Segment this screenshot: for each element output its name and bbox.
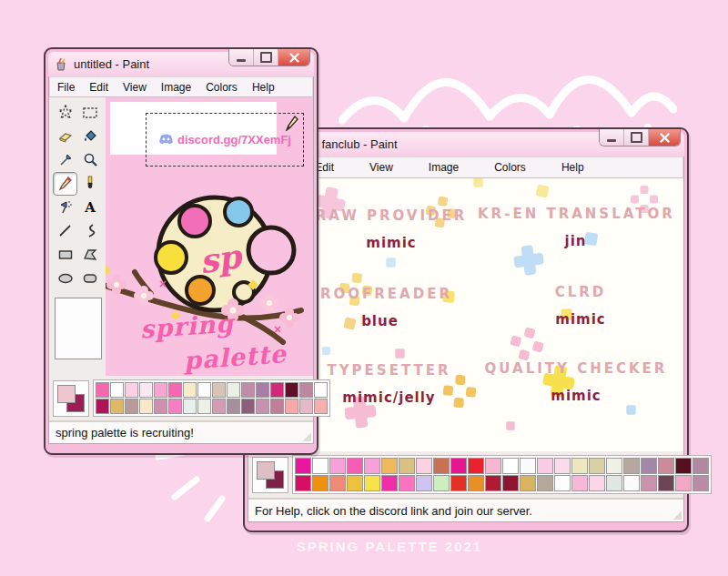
menu-image[interactable]: Image	[154, 81, 198, 94]
minimize-button[interactable]	[229, 49, 254, 66]
tool-polygon-button[interactable]	[77, 243, 102, 267]
palette-swatch[interactable]	[314, 382, 328, 398]
left-paint-canvas[interactable]: sp	[106, 97, 313, 376]
palette-swatch[interactable]	[399, 475, 415, 491]
menu-help[interactable]: Help	[245, 81, 282, 94]
left-titlebar[interactable]: untitled - Paint	[48, 52, 314, 76]
palette-swatch[interactable]	[416, 475, 432, 491]
palette-swatch[interactable]	[381, 475, 398, 491]
palette-swatch[interactable]	[299, 382, 313, 398]
palette-swatch[interactable]	[241, 382, 255, 398]
tool-eraser-button[interactable]	[53, 125, 77, 148]
resize-grip[interactable]	[672, 510, 682, 520]
palette-swatch[interactable]	[285, 399, 298, 414]
palette-swatch[interactable]	[416, 458, 432, 474]
palette-swatch[interactable]	[641, 458, 657, 474]
palette-swatch[interactable]	[502, 475, 519, 491]
palette-swatch[interactable]	[256, 399, 269, 414]
palette-swatch[interactable]	[314, 399, 328, 414]
tool-magnifier-button[interactable]	[77, 148, 102, 172]
palette-swatch[interactable]	[299, 399, 313, 414]
maximize-button[interactable]	[254, 49, 278, 66]
palette-swatch[interactable]	[623, 475, 640, 491]
palette-swatch[interactable]	[347, 458, 363, 474]
palette-swatch[interactable]	[312, 458, 329, 474]
resize-grip[interactable]	[302, 432, 311, 441]
palette-swatch[interactable]	[675, 458, 692, 474]
palette-swatch[interactable]	[450, 475, 467, 491]
palette-swatch[interactable]	[537, 475, 553, 491]
palette-swatch[interactable]	[675, 475, 692, 491]
close-button[interactable]	[278, 49, 309, 66]
minimize-button[interactable]	[600, 129, 624, 146]
palette-swatch[interactable]	[641, 475, 657, 491]
menu-view[interactable]: View	[116, 81, 154, 94]
palette-swatch[interactable]	[125, 399, 138, 414]
palette-swatch[interactable]	[110, 399, 124, 414]
palette-swatch[interactable]	[693, 475, 709, 491]
palette-swatch[interactable]	[270, 399, 284, 414]
palette-swatch[interactable]	[96, 382, 109, 398]
palette-swatch[interactable]	[168, 382, 182, 398]
tool-fill-button[interactable]	[77, 125, 102, 148]
tool-brush-button[interactable]	[77, 172, 102, 196]
palette-swatch[interactable]	[96, 399, 109, 414]
palette-swatch[interactable]	[183, 382, 197, 398]
palette-swatch[interactable]	[227, 382, 240, 398]
tool-free-form-select-button[interactable]	[53, 101, 77, 125]
palette-swatch[interactable]	[197, 382, 211, 398]
menu-colors[interactable]: Colors	[198, 81, 245, 94]
menu-edit[interactable]: Edit	[82, 81, 116, 94]
palette-swatch[interactable]	[606, 475, 622, 491]
palette-swatch[interactable]	[227, 399, 240, 414]
palette-swatch[interactable]	[256, 382, 269, 398]
palette-swatch[interactable]	[571, 458, 588, 474]
tool-rectangle-button[interactable]	[53, 243, 77, 267]
palette-swatch[interactable]	[139, 399, 153, 414]
palette-swatch[interactable]	[589, 458, 605, 474]
close-button[interactable]	[649, 129, 680, 146]
palette-swatch[interactable]	[241, 399, 255, 414]
palette-swatch[interactable]	[468, 475, 484, 491]
palette-swatch[interactable]	[537, 458, 553, 474]
palette-swatch[interactable]	[110, 382, 124, 398]
palette-swatch[interactable]	[433, 475, 450, 491]
palette-swatch[interactable]	[450, 458, 467, 474]
palette-swatch[interactable]	[520, 458, 536, 474]
palette-swatch[interactable]	[485, 458, 501, 474]
tool-select-button[interactable]	[77, 101, 102, 125]
tool-pencil-button[interactable]	[53, 172, 77, 196]
palette-swatch[interactable]	[364, 475, 380, 491]
palette-swatch[interactable]	[329, 475, 346, 491]
menu-help[interactable]: Help	[561, 161, 584, 174]
palette-swatch[interactable]	[312, 475, 329, 491]
palette-swatch[interactable]	[212, 399, 226, 414]
palette-swatch[interactable]	[270, 382, 284, 398]
tool-ellipse-button[interactable]	[53, 267, 77, 290]
discord-link-selection[interactable]: discord.gg/7XXemFj	[146, 113, 304, 167]
menu-file[interactable]: File	[50, 81, 82, 94]
palette-swatch[interactable]	[554, 458, 571, 474]
palette-swatch[interactable]	[658, 458, 674, 474]
palette-swatch[interactable]	[571, 475, 588, 491]
palette-swatch[interactable]	[295, 475, 311, 491]
palette-swatch[interactable]	[399, 458, 415, 474]
palette-swatch[interactable]	[520, 475, 536, 491]
palette-swatch[interactable]	[468, 458, 484, 474]
palette-swatch[interactable]	[433, 458, 450, 474]
menu-colors[interactable]: Colors	[494, 161, 526, 174]
tool-airbrush-button[interactable]	[53, 196, 77, 219]
tool-color-picker-button[interactable]	[53, 148, 77, 172]
palette-swatch[interactable]	[623, 458, 640, 474]
menu-image[interactable]: Image	[429, 161, 459, 174]
palette-swatch[interactable]	[347, 475, 363, 491]
palette-swatch[interactable]	[125, 382, 138, 398]
tool-text-button[interactable]: A	[77, 196, 102, 219]
palette-swatch[interactable]	[658, 475, 674, 491]
palette-swatch[interactable]	[381, 458, 398, 474]
palette-swatch[interactable]	[168, 399, 182, 414]
palette-swatch[interactable]	[183, 399, 197, 414]
palette-swatch[interactable]	[364, 458, 380, 474]
palette-swatch[interactable]	[502, 458, 519, 474]
palette-swatch[interactable]	[329, 458, 346, 474]
